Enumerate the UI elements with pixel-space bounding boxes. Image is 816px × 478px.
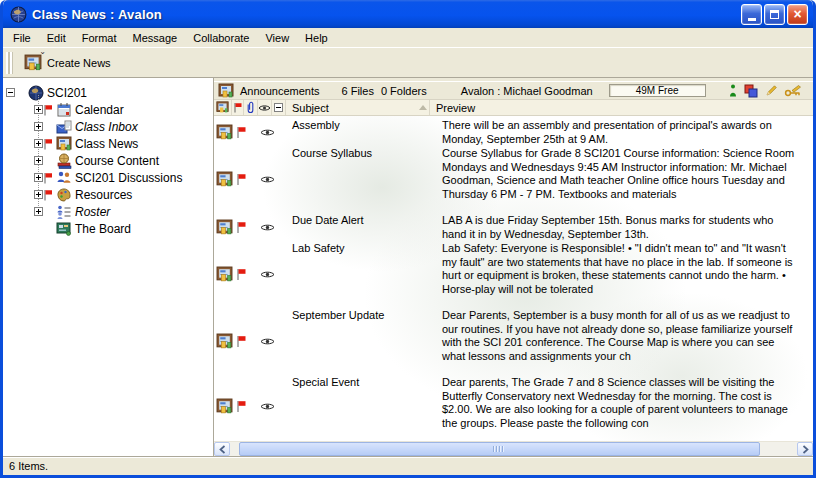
list-item-september-update[interactable]: September Update Dear Parents, September…: [214, 308, 813, 375]
minus-box-icon: [274, 103, 283, 112]
message-preview: There will be an assembly and presentati…: [436, 118, 813, 146]
menu-collaborate[interactable]: Collaborate: [185, 30, 257, 46]
tree-label: Class News: [73, 137, 138, 151]
main-area: SCI201 Calendar Class Inbox: [3, 78, 813, 456]
title-bar[interactable]: Class News : Avalon ×: [3, 0, 813, 28]
tree-label: The Board: [73, 222, 131, 236]
list-item-special-event[interactable]: Special Event Dear parents, The Grade 7 …: [214, 375, 813, 437]
eye-icon: [260, 223, 275, 232]
menu-help[interactable]: Help: [297, 30, 336, 46]
list-item-course-syllabus[interactable]: Course Syllabus Course Syllabus for Grad…: [214, 146, 813, 213]
list-item-due-date-alert[interactable]: Due Date Alert LAB A is due Friday Septe…: [214, 213, 813, 241]
sort-ascending-icon: [419, 105, 427, 110]
scrollbar-thumb[interactable]: [239, 442, 761, 456]
minimize-button[interactable]: [741, 4, 762, 25]
create-news-button[interactable]: Create News: [17, 51, 118, 75]
message-subject: Course Syllabus: [286, 146, 436, 159]
message-subject: Lab Safety: [286, 241, 436, 254]
message-subject: Assembly: [286, 118, 436, 131]
news-board-icon: [216, 398, 233, 415]
roster-icon: [56, 204, 73, 220]
tree-label: SCI201: [45, 86, 87, 100]
scroll-right-button[interactable]: [797, 442, 813, 456]
message-preview: LAB A is due Friday September 15th. Bonu…: [436, 213, 813, 241]
red-flag-icon: [236, 268, 247, 281]
eye-icon: [260, 128, 275, 137]
column-attachment[interactable]: [244, 100, 258, 115]
layers-icon: [744, 84, 758, 98]
window-title: Class News : Avalon: [32, 7, 162, 22]
tree-item-roster[interactable]: Roster: [3, 203, 213, 220]
person-icon: [729, 84, 737, 97]
menu-edit[interactable]: Edit: [39, 30, 74, 46]
tree-label: SCI201 Discussions: [73, 171, 182, 185]
collapse-expander-icon[interactable]: [6, 88, 15, 97]
column-subject[interactable]: Subject: [286, 100, 430, 115]
list-item-assembly[interactable]: Assembly There will be an assembly and p…: [214, 118, 813, 146]
chevron-left-icon: [219, 445, 226, 454]
news-board-icon: [216, 219, 233, 236]
tree-label: Calendar: [73, 103, 124, 117]
column-item-icon[interactable]: [214, 100, 232, 115]
menu-view[interactable]: View: [257, 30, 297, 46]
board-icon: [56, 221, 73, 237]
eye-icon: [260, 337, 275, 346]
column-viewed[interactable]: [258, 100, 272, 115]
collapse-all-box[interactable]: [272, 100, 286, 115]
expand-expander-icon[interactable]: [34, 173, 43, 182]
close-button[interactable]: ×: [787, 4, 808, 25]
maximize-button[interactable]: [764, 4, 785, 25]
horizontal-scrollbar[interactable]: [214, 441, 813, 456]
tree-item-sci201-discussions[interactable]: SCI201 Discussions: [3, 169, 213, 186]
expand-expander-icon[interactable]: [34, 207, 43, 216]
news-board-icon: [216, 101, 229, 114]
paperclip-icon: [246, 101, 255, 114]
menu-file[interactable]: File: [5, 30, 39, 46]
tree-item-the-board[interactable]: The Board: [3, 220, 213, 237]
message-preview: Dear Parents, September is a busy month …: [436, 308, 813, 363]
news-board-icon: [216, 266, 233, 283]
storage-gauge: 49M Free: [609, 84, 706, 97]
folders-count: 0 Folders: [381, 85, 427, 97]
menu-format[interactable]: Format: [74, 30, 125, 46]
menu-bar: File Edit Format Message Collaborate Vie…: [3, 28, 813, 47]
app-window: Class News : Avalon × File Edit Format M…: [0, 0, 816, 478]
eye-icon: [260, 270, 275, 279]
scroll-left-button[interactable]: [214, 442, 230, 456]
inbox-icon: [56, 119, 73, 135]
news-board-icon: [218, 83, 234, 99]
resources-palette-icon: [56, 187, 73, 203]
message-subject: Due Date Alert: [286, 213, 436, 226]
tree-item-calendar[interactable]: Calendar: [3, 101, 213, 118]
list-item-lab-safety[interactable]: Lab Safety Lab Safety: Everyone is Respo…: [214, 241, 813, 308]
message-subject: September Update: [286, 308, 436, 321]
tree-item-sci201[interactable]: SCI201: [3, 84, 213, 101]
expand-expander-icon[interactable]: [34, 105, 43, 114]
discussions-icon: [56, 170, 73, 186]
tree-item-resources[interactable]: Resources: [3, 186, 213, 203]
minimize-icon: [748, 18, 756, 21]
course-content-icon: [56, 153, 73, 169]
column-flag[interactable]: [232, 100, 244, 115]
expand-expander-icon[interactable]: [34, 190, 43, 199]
menu-message[interactable]: Message: [125, 30, 186, 46]
column-preview[interactable]: Preview: [430, 100, 813, 115]
subject-column-label: Subject: [292, 102, 329, 114]
expand-expander-icon[interactable]: [34, 156, 43, 165]
globe-icon: [28, 85, 45, 101]
news-board-icon: [216, 333, 233, 350]
toolbar-grip[interactable]: [6, 52, 13, 74]
red-flag-icon: [236, 126, 247, 139]
red-flag-icon: [236, 335, 247, 348]
tree-item-course-content[interactable]: Course Content: [3, 152, 213, 169]
tree-item-class-inbox[interactable]: Class Inbox: [3, 118, 213, 135]
tree-item-class-news[interactable]: Class News: [3, 135, 213, 152]
red-flag-icon: [43, 172, 54, 184]
conference-tree-pane: SCI201 Calendar Class Inbox: [3, 78, 214, 456]
preview-column-label: Preview: [436, 102, 475, 114]
maximize-icon: [770, 10, 779, 19]
scrollbar-track[interactable]: [230, 442, 797, 456]
news-board-icon: [216, 124, 233, 141]
expand-expander-icon[interactable]: [34, 139, 43, 148]
expand-expander-icon[interactable]: [34, 122, 43, 131]
